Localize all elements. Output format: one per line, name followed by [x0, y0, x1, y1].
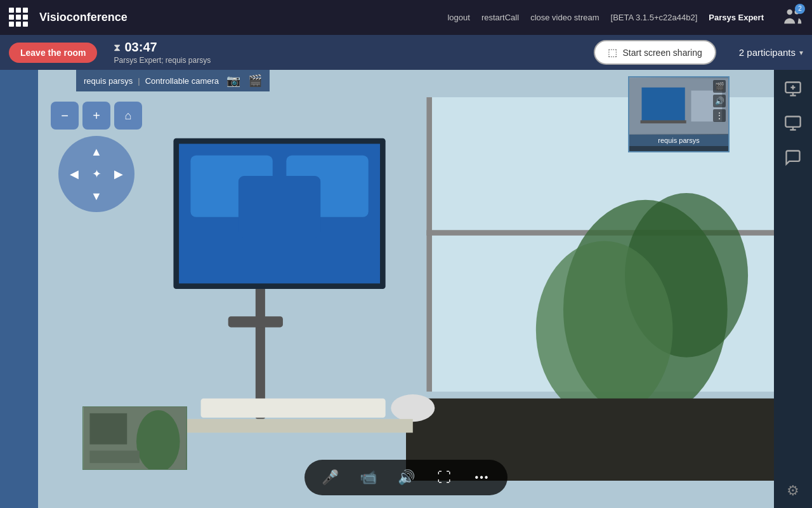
settings-button[interactable]: ⚙: [787, 483, 799, 499]
camera-home-button[interactable]: ⌂: [114, 102, 142, 130]
sidebar-left: [0, 70, 38, 508]
participants-dropdown-button[interactable]: 2 participants ▾: [739, 47, 803, 58]
svg-rect-4: [426, 97, 432, 392]
grid-icon[interactable]: [9, 8, 29, 28]
svg-point-8: [536, 241, 673, 419]
screen-share-label: Start screen sharing: [622, 48, 702, 58]
add-participant-button[interactable]: [780, 76, 806, 102]
svg-rect-33: [785, 117, 800, 127]
camera-left-button[interactable]: ◀: [65, 164, 84, 184]
microphone-button[interactable]: 🎤: [317, 465, 343, 490]
svg-rect-11: [228, 316, 283, 327]
camera-dpad: ▲ ◀ ✦ ▶ ▼: [58, 136, 134, 212]
restart-call-link[interactable]: restartCall: [481, 13, 519, 22]
thumbnail-label: requis parsys: [629, 135, 728, 146]
timer-icon: ⧗: [114, 42, 121, 53]
zoom-out-button[interactable]: −: [51, 102, 79, 130]
local-video-thumbnail: [82, 406, 187, 470]
user-name: Parsys Expert: [709, 13, 764, 22]
participants-icon-container: 2: [782, 6, 803, 30]
zoom-in-button[interactable]: +: [82, 102, 110, 130]
chevron-down-icon: ▾: [799, 48, 803, 57]
camera-video-button[interactable]: 🎬: [248, 74, 262, 88]
close-video-link[interactable]: close video stream: [530, 13, 599, 22]
secondary-toolbar: Leave the room ⧗ 03:47 Parsys Expert; re…: [0, 35, 812, 70]
screen-share-right-button[interactable]: [780, 110, 806, 136]
participants-count-label: 2 participants: [739, 47, 796, 58]
zoom-row: − + ⌂: [51, 102, 142, 130]
camera-toggle-button[interactable]: 📹: [355, 465, 381, 490]
camera-controls: − + ⌂ ▲ ◀ ✦ ▶ ▼: [51, 102, 142, 212]
start-screen-sharing-button[interactable]: ⬚ Start screen sharing: [594, 40, 716, 65]
monitor-icon: ⬚: [608, 46, 617, 58]
beta-badge: [BETA 3.1.5+c22a44b2]: [611, 13, 698, 22]
nav-links: logout restartCall close video stream [B…: [447, 6, 803, 30]
local-video-scene: [83, 407, 187, 469]
thumbnail-audio-icon[interactable]: 🔊: [713, 95, 726, 107]
camera-down-button[interactable]: ▼: [87, 187, 106, 206]
camera-photo-button[interactable]: 📷: [226, 74, 240, 88]
participant-thumbnail: 🎬 🔊 ⋮ requis parsys: [628, 76, 730, 152]
thumbnail-video: 🎬 🔊 ⋮: [629, 77, 728, 135]
svg-rect-23: [641, 120, 686, 123]
thumbnail-more-button[interactable]: ⋮: [713, 109, 726, 122]
timer-section: ⧗ 03:47 Parsys Expert; requis parsys: [114, 40, 211, 65]
timer-display: 03:47: [124, 40, 157, 55]
video-area: requis parsys | Controllable camera 📷 🎬: [38, 70, 774, 508]
right-panel: ⚙: [774, 70, 812, 508]
media-controls-bar: 🎤 📹 🔊 ⛶ •••: [304, 460, 508, 495]
controllable-camera-label: Controllable camera: [145, 76, 219, 86]
camera-user-label: requis parsys: [84, 76, 133, 86]
svg-rect-17: [201, 399, 386, 418]
app-title: Visioconference: [39, 11, 128, 24]
main-area: requis parsys | Controllable camera 📷 🎬: [0, 70, 812, 508]
camera-label-bar: requis parsys | Controllable camera 📷 🎬: [76, 70, 270, 91]
svg-rect-21: [642, 88, 685, 122]
fullscreen-button[interactable]: ⛶: [431, 465, 457, 490]
more-options-button[interactable]: •••: [469, 465, 495, 490]
participants-badge: 2: [795, 4, 805, 14]
session-label: Parsys Expert; requis parsys: [114, 56, 211, 65]
camera-center-button[interactable]: ✦: [87, 164, 106, 184]
thumbnail-controls: 🎬 🔊 ⋮: [713, 80, 726, 122]
camera-right-button[interactable]: ▶: [109, 164, 128, 184]
volume-button[interactable]: 🔊: [393, 465, 419, 490]
topbar: Visioconference logout restartCall close…: [0, 0, 812, 35]
thumbnail-video-icon[interactable]: 🎬: [713, 80, 726, 93]
svg-point-0: [787, 9, 793, 15]
leave-room-button[interactable]: Leave the room: [9, 43, 97, 63]
svg-rect-27: [89, 451, 139, 464]
svg-rect-16: [239, 176, 320, 237]
svg-point-18: [391, 394, 435, 422]
svg-rect-25: [89, 413, 127, 444]
camera-up-button[interactable]: ▲: [87, 142, 106, 161]
divider: |: [138, 76, 140, 86]
chat-button[interactable]: [780, 145, 806, 170]
logout-link[interactable]: logout: [447, 13, 469, 22]
